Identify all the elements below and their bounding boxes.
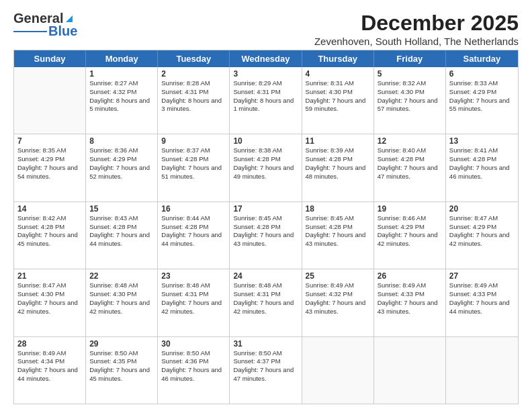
day-number: 31 [233,339,298,349]
weekday-header-friday: Friday [374,50,446,67]
cell-info: Sunrise: 8:49 AMSunset: 4:34 PMDaylight:… [17,349,82,383]
calendar-cell-r2-c5: 19Sunrise: 8:46 AMSunset: 4:29 PMDayligh… [374,202,446,269]
calendar-cell-r4-c1: 29Sunrise: 8:50 AMSunset: 4:35 PMDayligh… [86,337,158,404]
cell-info: Sunrise: 8:37 AMSunset: 4:28 PMDaylight:… [161,146,226,181]
day-number: 12 [378,136,442,146]
day-number: 29 [89,339,154,349]
calendar-row-1: 7Sunrise: 8:35 AMSunset: 4:29 PMDaylight… [14,134,518,201]
cell-info: Sunrise: 8:28 AMSunset: 4:31 PMDaylight:… [161,79,226,113]
day-number: 4 [306,69,370,79]
cell-info: Sunrise: 8:44 AMSunset: 4:28 PMDaylight:… [161,214,226,248]
month-title: December 2025 [314,11,519,36]
calendar-cell-r0-c4: 4Sunrise: 8:31 AMSunset: 4:30 PMDaylight… [302,67,374,134]
calendar-cell-r1-c1: 8Sunrise: 8:36 AMSunset: 4:29 PMDaylight… [86,134,158,201]
calendar-cell-r2-c1: 15Sunrise: 8:43 AMSunset: 4:28 PMDayligh… [86,202,158,269]
cell-info: Sunrise: 8:48 AMSunset: 4:30 PMDaylight:… [89,281,154,316]
day-number: 3 [233,69,298,79]
calendar-cell-r1-c0: 7Sunrise: 8:35 AMSunset: 4:29 PMDaylight… [14,134,86,201]
calendar-row-4: 28Sunrise: 8:49 AMSunset: 4:34 PMDayligh… [14,336,518,404]
day-number: 5 [378,69,442,79]
cell-info: Sunrise: 8:47 AMSunset: 4:29 PMDaylight:… [449,214,515,248]
day-number: 6 [449,69,515,79]
weekday-header-monday: Monday [86,50,158,67]
calendar-cell-r4-c4 [302,337,374,404]
day-number: 20 [449,204,515,214]
calendar-cell-r1-c3: 10Sunrise: 8:38 AMSunset: 4:28 PMDayligh… [230,134,302,201]
calendar-row-0: 1Sunrise: 8:27 AMSunset: 4:32 PMDaylight… [14,67,518,134]
calendar-cell-r0-c6: 6Sunrise: 8:33 AMSunset: 4:29 PMDaylight… [446,67,518,134]
weekday-header-tuesday: Tuesday [158,50,230,67]
cell-info: Sunrise: 8:45 AMSunset: 4:28 PMDaylight:… [233,214,298,248]
day-number: 11 [306,136,370,146]
cell-info: Sunrise: 8:41 AMSunset: 4:28 PMDaylight:… [449,146,515,181]
calendar-cell-r0-c3: 3Sunrise: 8:29 AMSunset: 4:31 PMDaylight… [230,67,302,134]
calendar-cell-r4-c3: 31Sunrise: 8:50 AMSunset: 4:37 PMDayligh… [230,337,302,404]
cell-info: Sunrise: 8:33 AMSunset: 4:29 PMDaylight:… [449,79,515,113]
cell-info: Sunrise: 8:32 AMSunset: 4:30 PMDaylight:… [378,79,442,113]
calendar: SundayMondayTuesdayWednesdayThursdayFrid… [13,50,519,404]
calendar-cell-r2-c0: 14Sunrise: 8:42 AMSunset: 4:28 PMDayligh… [14,202,86,269]
calendar-cell-r3-c3: 24Sunrise: 8:48 AMSunset: 4:31 PMDayligh… [230,269,302,336]
calendar-cell-r2-c4: 18Sunrise: 8:45 AMSunset: 4:28 PMDayligh… [302,202,374,269]
day-number: 7 [17,136,82,146]
cell-info: Sunrise: 8:50 AMSunset: 4:36 PMDaylight:… [161,349,226,383]
calendar-cell-r0-c0 [14,67,86,134]
cell-info: Sunrise: 8:40 AMSunset: 4:28 PMDaylight:… [378,146,442,181]
cell-info: Sunrise: 8:31 AMSunset: 4:30 PMDaylight:… [306,79,370,113]
calendar-cell-r3-c5: 26Sunrise: 8:49 AMSunset: 4:33 PMDayligh… [374,269,446,336]
day-number: 9 [161,136,226,146]
header: General Blue December 2025 Zevenhoven, S… [13,11,519,47]
calendar-header: SundayMondayTuesdayWednesdayThursdayFrid… [14,50,518,67]
logo: General Blue [13,11,77,39]
day-number: 13 [449,136,515,146]
logo-blue: Blue [48,24,77,39]
title-area: December 2025 Zevenhoven, South Holland,… [314,11,519,47]
day-number: 30 [161,339,226,349]
calendar-cell-r3-c1: 22Sunrise: 8:48 AMSunset: 4:30 PMDayligh… [86,269,158,336]
calendar-cell-r3-c0: 21Sunrise: 8:47 AMSunset: 4:30 PMDayligh… [14,269,86,336]
day-number: 23 [161,271,226,281]
calendar-cell-r4-c5 [374,337,446,404]
day-number: 8 [89,136,154,146]
calendar-cell-r1-c2: 9Sunrise: 8:37 AMSunset: 4:28 PMDaylight… [158,134,230,201]
cell-info: Sunrise: 8:48 AMSunset: 4:31 PMDaylight:… [233,281,298,316]
calendar-cell-r4-c6 [446,337,518,404]
calendar-cell-r3-c2: 23Sunrise: 8:48 AMSunset: 4:31 PMDayligh… [158,269,230,336]
cell-info: Sunrise: 8:50 AMSunset: 4:35 PMDaylight:… [89,349,154,383]
svg-marker-0 [66,15,73,22]
weekday-header-sunday: Sunday [14,50,86,67]
cell-info: Sunrise: 8:43 AMSunset: 4:28 PMDaylight:… [89,214,154,248]
cell-info: Sunrise: 8:49 AMSunset: 4:33 PMDaylight:… [449,281,515,316]
weekday-header-wednesday: Wednesday [230,50,302,67]
day-number: 14 [17,204,82,214]
cell-info: Sunrise: 8:42 AMSunset: 4:28 PMDaylight:… [17,214,82,248]
day-number: 2 [161,69,226,79]
cell-info: Sunrise: 8:49 AMSunset: 4:33 PMDaylight:… [378,281,442,316]
day-number: 17 [233,204,298,214]
cell-info: Sunrise: 8:50 AMSunset: 4:37 PMDaylight:… [233,349,298,383]
calendar-cell-r2-c3: 17Sunrise: 8:45 AMSunset: 4:28 PMDayligh… [230,202,302,269]
calendar-cell-r4-c0: 28Sunrise: 8:49 AMSunset: 4:34 PMDayligh… [14,337,86,404]
calendar-cell-r3-c4: 25Sunrise: 8:49 AMSunset: 4:32 PMDayligh… [302,269,374,336]
calendar-cell-r0-c1: 1Sunrise: 8:27 AMSunset: 4:32 PMDaylight… [86,67,158,134]
cell-info: Sunrise: 8:46 AMSunset: 4:29 PMDaylight:… [378,214,442,248]
calendar-cell-r2-c6: 20Sunrise: 8:47 AMSunset: 4:29 PMDayligh… [446,202,518,269]
cell-info: Sunrise: 8:45 AMSunset: 4:28 PMDaylight:… [306,214,370,248]
location: Zevenhoven, South Holland, The Netherlan… [314,36,519,47]
calendar-cell-r4-c2: 30Sunrise: 8:50 AMSunset: 4:36 PMDayligh… [158,337,230,404]
weekday-header-saturday: Saturday [446,50,518,67]
cell-info: Sunrise: 8:49 AMSunset: 4:32 PMDaylight:… [306,281,370,316]
calendar-cell-r0-c2: 2Sunrise: 8:28 AMSunset: 4:31 PMDaylight… [158,67,230,134]
calendar-cell-r1-c4: 11Sunrise: 8:39 AMSunset: 4:28 PMDayligh… [302,134,374,201]
calendar-body: 1Sunrise: 8:27 AMSunset: 4:32 PMDaylight… [14,67,518,404]
cell-info: Sunrise: 8:39 AMSunset: 4:28 PMDaylight:… [306,146,370,181]
day-number: 18 [306,204,370,214]
calendar-cell-r1-c6: 13Sunrise: 8:41 AMSunset: 4:28 PMDayligh… [446,134,518,201]
cell-info: Sunrise: 8:38 AMSunset: 4:28 PMDaylight:… [233,146,298,181]
day-number: 28 [17,339,82,349]
day-number: 15 [89,204,154,214]
cell-info: Sunrise: 8:29 AMSunset: 4:31 PMDaylight:… [233,79,298,113]
calendar-cell-r3-c6: 27Sunrise: 8:49 AMSunset: 4:33 PMDayligh… [446,269,518,336]
day-number: 26 [378,271,442,281]
cell-info: Sunrise: 8:47 AMSunset: 4:30 PMDaylight:… [17,281,82,316]
